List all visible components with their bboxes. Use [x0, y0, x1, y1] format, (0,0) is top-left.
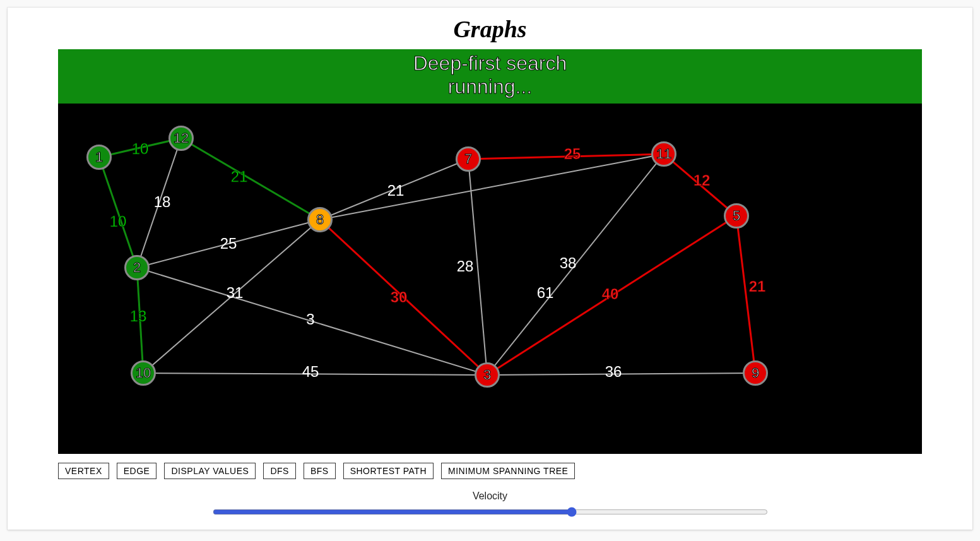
edge-12-2 — [137, 138, 181, 268]
status-line-2: running... — [58, 75, 922, 98]
vertex-button[interactable]: VERTEX — [58, 463, 109, 479]
node-10[interactable]: 10 — [131, 360, 156, 386]
edge-layer — [58, 104, 922, 454]
edge-1-2 — [99, 157, 137, 268]
app-brand: Graphs — [453, 16, 526, 42]
title-bar: Graphs — [8, 8, 972, 49]
edge-7-11 — [468, 154, 664, 159]
edge-3-9 — [487, 373, 755, 375]
edge-3-5 — [487, 216, 736, 375]
node-12[interactable]: 12 — [168, 126, 194, 151]
node-7[interactable]: 7 — [456, 146, 481, 172]
edge-8-11 — [320, 154, 664, 220]
edge-12-8 — [181, 138, 320, 220]
node-3[interactable]: 3 — [475, 362, 500, 388]
toolbar: VERTEX EDGE DISPLAY VALUES DFS BFS SHORT… — [8, 454, 972, 479]
shortest-path-button[interactable]: SHORTEST PATH — [343, 463, 434, 479]
display-values-button[interactable]: DISPLAY VALUES — [164, 463, 256, 479]
edge-3-11 — [487, 154, 664, 375]
velocity-section: Velocity — [8, 479, 972, 517]
edge-10-3 — [143, 373, 487, 375]
node-8[interactable]: 8 — [307, 207, 333, 232]
edge-2-3 — [137, 268, 487, 375]
node-11[interactable]: 11 — [651, 141, 676, 167]
edge-button[interactable]: EDGE — [117, 463, 157, 479]
dfs-button[interactable]: DFS — [263, 463, 296, 479]
stage-wrap: Deep-first search running... 10102118251… — [8, 49, 972, 454]
mst-button[interactable]: MINIMUM SPANNING TREE — [441, 463, 575, 479]
app-panel: Graphs Deep-first search running... 1010… — [8, 8, 972, 530]
edge-5-9 — [736, 216, 755, 373]
node-2[interactable]: 2 — [124, 255, 150, 280]
edge-11-5 — [664, 154, 736, 216]
status-line-1: Deep-first search — [58, 52, 922, 75]
node-1[interactable]: 1 — [86, 145, 112, 170]
status-banner: Deep-first search running... — [58, 49, 922, 104]
edge-8-7 — [320, 159, 468, 220]
node-5[interactable]: 5 — [724, 203, 749, 229]
velocity-label: Velocity — [8, 490, 972, 502]
edge-2-10 — [137, 268, 143, 373]
velocity-slider[interactable] — [213, 507, 768, 517]
node-9[interactable]: 9 — [743, 360, 768, 386]
edge-8-3 — [320, 220, 487, 375]
bfs-button[interactable]: BFS — [304, 463, 336, 479]
graph-canvas[interactable]: 1010211825133121303452825384061122136112… — [58, 104, 922, 454]
